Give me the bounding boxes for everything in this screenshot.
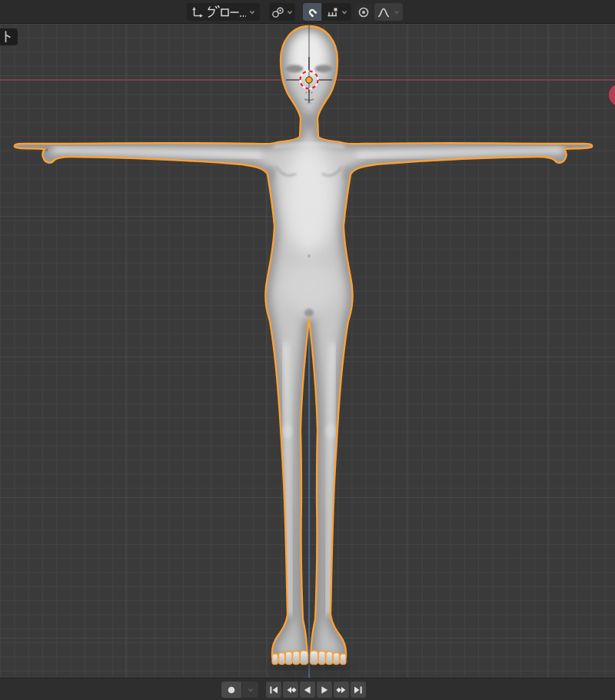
chevron-down-icon xyxy=(247,686,254,694)
transform-orientation-label: グロー... xyxy=(206,5,246,18)
proportional-falloff-dropdown[interactable] xyxy=(374,3,403,21)
prev-keyframe-icon xyxy=(285,685,297,695)
jump-to-end-button[interactable] xyxy=(351,682,366,698)
pivot-point-dropdown[interactable] xyxy=(269,3,295,21)
viewport-header: グロー... xyxy=(0,0,615,23)
chevron-down-icon xyxy=(341,8,348,16)
record-circle-icon xyxy=(226,685,237,695)
keying-options-dropdown[interactable] xyxy=(242,682,258,698)
3d-viewport[interactable]: ト xyxy=(0,23,615,678)
next-keyframe-button[interactable] xyxy=(334,682,349,698)
auto-keying-record-button[interactable] xyxy=(221,682,241,698)
play-forward-button[interactable] xyxy=(317,682,332,698)
previous-keyframe-button[interactable] xyxy=(283,682,298,698)
object-origin-dot xyxy=(306,77,312,83)
jump-to-start-button[interactable] xyxy=(266,682,281,698)
transform-orientation-dropdown[interactable]: グロー... xyxy=(187,3,260,21)
left-eye-socket xyxy=(286,65,304,73)
orientation-axes-icon xyxy=(191,6,204,18)
proportional-editing-toggle[interactable] xyxy=(355,3,372,21)
character-model[interactable] xyxy=(0,24,615,678)
chevron-down-icon xyxy=(393,8,401,16)
smooth-falloff-icon xyxy=(377,6,391,18)
next-keyframe-icon xyxy=(336,685,347,695)
snap-toggle[interactable] xyxy=(303,3,321,21)
skip-to-end-icon xyxy=(353,685,364,695)
magnet-icon xyxy=(306,6,318,18)
right-eye-socket xyxy=(315,65,333,73)
timeline-bar xyxy=(0,678,615,700)
skip-to-start-icon xyxy=(268,685,279,695)
play-reverse-button[interactable] xyxy=(300,682,315,698)
snap-increment-icon xyxy=(326,6,338,18)
play-forward-icon xyxy=(319,685,330,695)
chevron-down-icon xyxy=(286,8,294,16)
pivot-point-icon xyxy=(271,6,284,18)
snap-settings-dropdown[interactable] xyxy=(322,3,351,21)
chevron-down-icon xyxy=(248,8,256,16)
proportional-circle-icon xyxy=(357,6,370,18)
toes xyxy=(272,651,346,665)
play-reverse-icon xyxy=(302,685,313,695)
